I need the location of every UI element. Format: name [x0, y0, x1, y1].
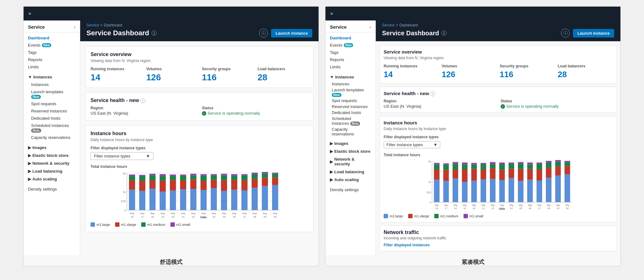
- svg-rect-16: [139, 181, 146, 191]
- sidebar-section-ebs[interactable]: ▶ Elastic block store: [325, 147, 375, 155]
- svg-rect-126: [452, 162, 458, 164]
- sidebar-item-reserved[interactable]: Reserved instances: [325, 104, 375, 110]
- svg-text:20: 20: [473, 207, 475, 210]
- breadcrumb-service[interactable]: Service: [382, 23, 395, 27]
- svg-rect-22: [149, 180, 156, 189]
- svg-text:18: 18: [454, 207, 457, 210]
- svg-rect-45: [190, 189, 197, 210]
- sidebar-item-events[interactable]: Events New: [24, 42, 80, 49]
- sidebar-section-lb[interactable]: ▶ Load balancing: [24, 167, 80, 175]
- svg-rect-156: [499, 163, 505, 164]
- sidebar-section-autoscaling[interactable]: ▶ Auto scaling: [24, 175, 80, 183]
- breadcrumb-service[interactable]: Service: [86, 23, 99, 27]
- sidebar-section-images[interactable]: ▶ Images: [325, 140, 375, 147]
- sidebar-section-autoscaling[interactable]: ▶ Auto scaling: [325, 176, 375, 184]
- legend-large: m1.large: [91, 222, 110, 227]
- svg-rect-59: [211, 175, 217, 180]
- health-info-icon[interactable]: i: [430, 91, 435, 96]
- svg-rect-12: [129, 174, 135, 176]
- sidebar-section-network[interactable]: ▶ Network & security: [325, 155, 375, 168]
- svg-rect-82: [252, 179, 258, 188]
- svg-rect-142: [480, 169, 486, 179]
- sidebar-item-limits[interactable]: Limits: [24, 63, 80, 71]
- sidebar-section-lb[interactable]: ▶ Load balancing: [325, 168, 375, 176]
- sidebar-item-scheduled[interactable]: Scheduled instances Beta: [24, 122, 80, 134]
- sidebar-item-reports[interactable]: Reports: [325, 56, 375, 63]
- sidebar-section-network[interactable]: ▶ Network & security: [24, 159, 80, 167]
- sidebar-item-dedicated[interactable]: Dedicated hosts: [24, 115, 80, 122]
- svg-text:26: 26: [233, 215, 236, 218]
- header-info-button[interactable]: ⓘ: [259, 29, 268, 37]
- launch-instance-button[interactable]: Launch instance: [573, 29, 614, 37]
- sidebar-item-spot-requests[interactable]: Spot requests: [325, 98, 375, 104]
- sidebar-item-density[interactable]: Density settings: [24, 186, 80, 193]
- svg-rect-51: [201, 190, 207, 210]
- service-health-card: Service health - new i Region US East (N…: [380, 87, 617, 113]
- svg-rect-48: [190, 174, 197, 176]
- sidebar-item-capacity[interactable]: Capacity reservations: [325, 126, 375, 137]
- filter-select[interactable]: Filter instance types ▼: [91, 152, 153, 160]
- legend-xlarge-label: m1.xlarge: [414, 214, 429, 218]
- sidebar-item-tags[interactable]: Tags: [325, 49, 375, 56]
- sidebar-item-scheduled[interactable]: Scheduled instances Beta: [325, 116, 375, 126]
- sidebar-item-instances[interactable]: Instances: [325, 81, 375, 87]
- events-new-badge: New: [344, 43, 353, 47]
- panel-compact: ≡ Service ‹ Dashboard Events New Tags Re…: [325, 6, 621, 266]
- overview-title: Service overview: [91, 52, 308, 57]
- svg-rect-125: [452, 164, 458, 169]
- health-region-label: Region: [91, 106, 197, 110]
- legend-xlarge-color: [115, 222, 119, 227]
- sidebar-collapse-button[interactable]: ‹: [369, 25, 371, 30]
- legend-medium: m1.medium: [434, 214, 458, 218]
- svg-text:Sep: Sep: [181, 212, 186, 215]
- sidebar-item-reserved[interactable]: Reserved instances: [24, 107, 80, 115]
- sidebar-item-density[interactable]: Density settings: [325, 186, 375, 193]
- svg-text:1k: 1k: [428, 180, 431, 184]
- svg-rect-76: [242, 180, 248, 191]
- sidebar-item-dedicated[interactable]: Dedicated hosts: [325, 110, 375, 116]
- sidebar-item-tags[interactable]: Tags: [24, 49, 80, 56]
- sidebar-section-instances[interactable]: ▼ Instances: [24, 73, 80, 81]
- svg-text:16: 16: [436, 207, 438, 210]
- svg-rect-191: [555, 162, 561, 167]
- filter-instances-link[interactable]: Filter displayed instances: [384, 243, 613, 247]
- title-info-icon[interactable]: i: [152, 31, 157, 36]
- health-status-label: Status: [501, 99, 613, 103]
- sidebar-item-launch-templates[interactable]: Launch templates New: [325, 87, 375, 98]
- dashboard-layout: Service ‹ Dashboard Events New Tags Repo…: [24, 20, 319, 255]
- svg-rect-94: [272, 178, 278, 185]
- legend-medium-label: m1.medium: [440, 214, 458, 218]
- sidebar-item-dashboard[interactable]: Dashboard: [24, 34, 80, 42]
- svg-text:Sep: Sep: [453, 204, 457, 207]
- svg-rect-66: [221, 174, 227, 175]
- sidebar-item-reports[interactable]: Reports: [24, 56, 80, 63]
- sidebar-item-launch-templates[interactable]: Launch templates New: [24, 88, 80, 100]
- network-traffic-card: Network traffic Incoming and outgoing ne…: [380, 226, 617, 251]
- health-info-icon[interactable]: i: [140, 98, 145, 103]
- svg-rect-63: [221, 191, 227, 210]
- svg-rect-135: [471, 180, 477, 202]
- sidebar-item-dashboard[interactable]: Dashboard: [325, 34, 375, 42]
- filter-select[interactable]: Filter instance types ▼: [384, 141, 440, 148]
- svg-text:25: 25: [223, 215, 225, 218]
- sidebar-item-instances[interactable]: Instances: [24, 81, 80, 88]
- svg-rect-72: [231, 174, 237, 176]
- instance-hours-subtitle: Daily instance hours by instance type: [91, 138, 308, 142]
- stat-value-0: 14: [384, 70, 439, 79]
- title-info-icon[interactable]: i: [441, 31, 447, 36]
- sidebar-section-ebs[interactable]: ▶ Elastic block store: [24, 151, 80, 159]
- header-info-button[interactable]: ⓘ: [561, 29, 570, 37]
- health-row: Region US East (N. Virginia) Status Serv…: [384, 99, 613, 109]
- sidebar-item-capacity[interactable]: Capacity reservations: [24, 134, 80, 141]
- launch-instance-button[interactable]: Launch instance: [271, 29, 312, 37]
- sidebar-section-images[interactable]: ▶ Images: [24, 144, 80, 151]
- sidebar-item-limits[interactable]: Limits: [325, 63, 375, 71]
- svg-rect-114: [434, 163, 440, 164]
- sidebar-item-spot-requests[interactable]: Spot requests: [24, 100, 80, 107]
- sidebar-collapse-button[interactable]: ‹: [74, 25, 75, 30]
- svg-text:Sep: Sep: [253, 212, 257, 215]
- sidebar-item-events[interactable]: Events New: [325, 42, 375, 49]
- svg-rect-138: [471, 163, 477, 164]
- svg-rect-141: [480, 179, 486, 202]
- sidebar-section-instances[interactable]: ▼ Instances: [325, 73, 375, 81]
